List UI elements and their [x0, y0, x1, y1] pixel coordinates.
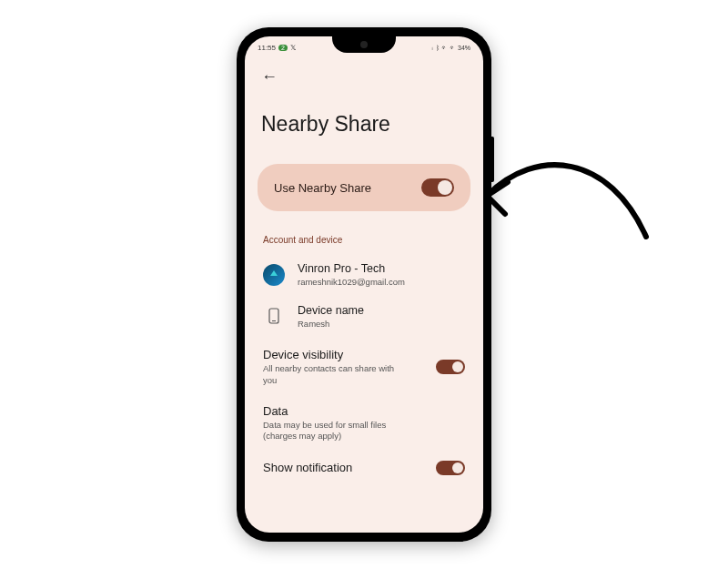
screen: 11:55 2 𝕏 ⋮ ᛒ ᯤ ᯤ 34% ← Nearby Share Use… — [245, 36, 483, 533]
device-name-label: Device name — [298, 303, 465, 318]
visibility-desc: All nearby contacts can share with you — [263, 363, 399, 386]
phone-icon — [263, 305, 285, 327]
phone-side-button — [491, 137, 494, 182]
account-email: rameshnik1029@gmail.com — [298, 277, 465, 288]
use-nearby-share-toggle[interactable]: Use Nearby Share — [258, 164, 470, 211]
visibility-toggle[interactable] — [436, 360, 465, 374]
notification-toggle[interactable] — [436, 461, 465, 475]
phone-frame: 11:55 2 𝕏 ⋮ ᛒ ᯤ ᯤ 34% ← Nearby Share Use… — [237, 27, 491, 542]
page-title: Nearby Share — [245, 92, 483, 164]
toggle-thumb — [452, 361, 463, 372]
annotation-arrow — [464, 137, 664, 286]
toggle-switch[interactable] — [421, 178, 454, 197]
data-title: Data — [263, 404, 465, 418]
account-name: Vinron Pro - Tech — [298, 261, 465, 276]
status-time: 11:55 — [258, 44, 276, 52]
use-nearby-share-label: Use Nearby Share — [274, 181, 371, 195]
avatar — [263, 264, 285, 286]
data-row[interactable]: Data Data may be used for small files (c… — [245, 393, 483, 450]
svg-rect-1 — [272, 320, 276, 321]
visibility-title: Device visibility — [263, 348, 425, 361]
data-desc: Data may be used for small files (charge… — [263, 420, 399, 442]
phone-mockup: 11:55 2 𝕏 ⋮ ᛒ ᯤ ᯤ 34% ← Nearby Share Use… — [237, 27, 491, 542]
toggle-thumb — [438, 180, 452, 195]
account-section-header: Account and device — [245, 228, 483, 254]
device-name-row[interactable]: Device name Ramesh — [245, 296, 483, 338]
status-indicators: ⋮ ᛒ ᯤ ᯤ 34% — [430, 45, 470, 51]
status-notification-badge: 2 — [278, 45, 288, 51]
device-name-value: Ramesh — [298, 319, 465, 330]
twitter-icon: 𝕏 — [290, 44, 296, 52]
show-notification-row[interactable]: Show notification — [245, 450, 483, 475]
back-icon[interactable]: ← — [261, 67, 278, 86]
device-visibility-row[interactable]: Device visibility All nearby contacts ca… — [245, 337, 483, 393]
toggle-thumb — [452, 462, 463, 473]
camera-dot — [360, 41, 368, 48]
notification-title: Show notification — [263, 461, 425, 474]
account-row[interactable]: Vinron Pro - Tech rameshnik1029@gmail.co… — [245, 254, 483, 296]
notch — [332, 36, 396, 53]
